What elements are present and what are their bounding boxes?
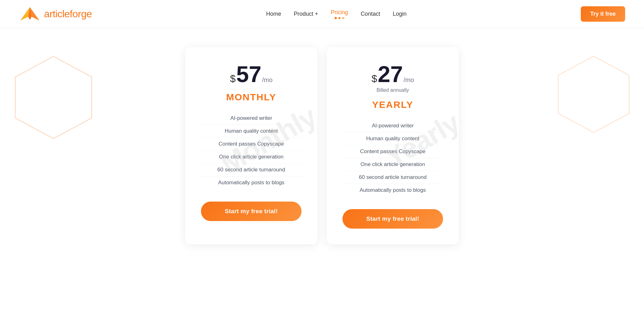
logo[interactable]: articleforge: [19, 5, 92, 24]
main-nav: Home Product + Pricing Contact Login: [266, 9, 407, 19]
monthly-dollar: $: [230, 73, 236, 85]
yearly-billed-note: Billed annually: [342, 87, 443, 93]
header: articleforge Home Product + Pricing Cont…: [0, 0, 644, 28]
monthly-plan-name: MONTHLY: [201, 92, 302, 103]
list-item: Content passes Copyscape: [342, 145, 443, 158]
monthly-cta-button[interactable]: Start my free trial!: [201, 202, 302, 221]
monthly-price-number: 57: [236, 63, 261, 86]
nav-dots: [335, 17, 344, 19]
svg-marker-1: [30, 7, 39, 20]
yearly-price-area: $ 27 /mo Billed annually: [342, 63, 443, 93]
list-item: Human quality content: [201, 125, 302, 138]
monthly-price-mo: /mo: [262, 76, 272, 84]
list-item: Automatically posts to blogs: [201, 176, 302, 189]
nav-dot-2: [338, 17, 341, 19]
nav-home[interactable]: Home: [266, 11, 281, 17]
nav-pricing[interactable]: Pricing: [331, 9, 348, 16]
list-item: Content passes Copyscape: [201, 138, 302, 151]
yearly-features-list: AI-powered writer Human quality content …: [342, 119, 443, 197]
monthly-price-area: $ 57 /mo: [201, 63, 302, 86]
yearly-plan-name: YEARLY: [342, 99, 443, 110]
list-item: Human quality content: [342, 132, 443, 145]
list-item: One click article generation: [201, 151, 302, 164]
nav-login[interactable]: Login: [393, 11, 407, 17]
yearly-card: Yearly $ 27 /mo Billed annually YEARLY A…: [327, 47, 459, 244]
main-content: Monthly $ 57 /mo MONTHLY AI-powered writ…: [0, 28, 644, 296]
yearly-price-mo: /mo: [403, 76, 414, 84]
yearly-price-line: $ 27 /mo: [342, 63, 443, 86]
nav-contact[interactable]: Contact: [361, 11, 380, 17]
nav-product[interactable]: Product +: [294, 11, 318, 17]
nav-pricing-wrapper: Pricing: [331, 9, 348, 19]
yearly-dollar: $: [371, 73, 377, 85]
nav-dot-3: [342, 17, 344, 19]
list-item: 60 second article turnaround: [201, 164, 302, 176]
pricing-cards: Monthly $ 57 /mo MONTHLY AI-powered writ…: [6, 47, 638, 244]
yearly-price-number: 27: [378, 63, 403, 86]
yearly-cta-button[interactable]: Start my free trial!: [342, 209, 443, 229]
list-item: Automatically posts to blogs: [342, 184, 443, 197]
logo-icon: [19, 5, 41, 24]
list-item: One click article generation: [342, 158, 443, 171]
monthly-price-line: $ 57 /mo: [201, 63, 302, 86]
list-item: AI-powered writer: [201, 112, 302, 125]
nav-dot-1: [335, 17, 337, 19]
try-it-free-button[interactable]: Try it free: [581, 6, 625, 22]
list-item: AI-powered writer: [342, 119, 443, 132]
monthly-features-list: AI-powered writer Human quality content …: [201, 112, 302, 189]
logo-text: articleforge: [44, 8, 92, 20]
svg-marker-2: [20, 7, 30, 20]
monthly-card: Monthly $ 57 /mo MONTHLY AI-powered writ…: [185, 47, 317, 244]
list-item: 60 second article turnaround: [342, 171, 443, 184]
